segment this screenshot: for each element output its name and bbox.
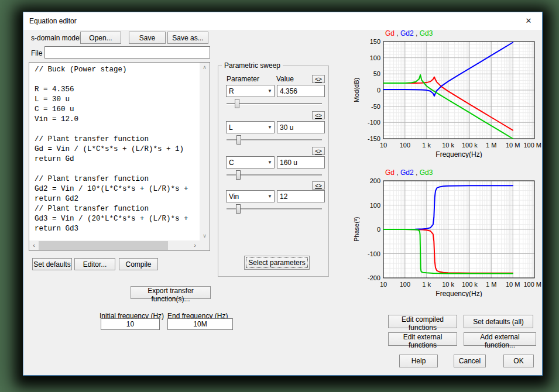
legend-item-Gd2: Gd2 xyxy=(400,169,414,177)
svg-text:1 M: 1 M xyxy=(486,281,496,288)
phase-chart: 2001000-100-200101001 k10 k100 k1 M10 M1… xyxy=(360,177,546,297)
legend-item-Gd: Gd xyxy=(385,169,395,177)
parameter-dropdown-r[interactable]: R ▼ xyxy=(226,85,275,97)
initial-frequency-input[interactable] xyxy=(101,318,160,330)
chevron-down-icon[interactable]: ▼ xyxy=(268,160,272,165)
slider-track xyxy=(227,103,322,105)
vertical-scrollbar[interactable]: ∧ ∨ xyxy=(200,63,210,240)
file-path-input[interactable] xyxy=(44,46,210,59)
svg-text:100 M: 100 M xyxy=(523,142,541,149)
svg-text:10 M: 10 M xyxy=(506,281,520,288)
svg-text:10: 10 xyxy=(380,281,387,288)
svg-text:100 M: 100 M xyxy=(523,281,541,288)
param-value-input-r[interactable] xyxy=(277,85,325,97)
svg-text:50: 50 xyxy=(373,70,380,77)
editor-button[interactable]: Editor... xyxy=(74,258,115,270)
svg-text:1 k: 1 k xyxy=(422,142,431,149)
scroll-right-icon[interactable]: › xyxy=(190,240,200,250)
code-editor[interactable]: // Buck (Power stage) R = 4.356 L = 30 u… xyxy=(29,63,200,240)
param-value-input-c[interactable] xyxy=(277,156,325,169)
param-slider-c[interactable] xyxy=(227,170,322,180)
scrollbar-corner xyxy=(200,240,210,250)
svg-text:100 k: 100 k xyxy=(462,142,478,149)
param-slider-r[interactable] xyxy=(227,98,322,109)
save-as-button[interactable]: Save as... xyxy=(167,32,208,44)
dialog-title: Equation editor xyxy=(29,12,77,30)
svg-text:10 M: 10 M xyxy=(506,142,520,149)
set-defaults-button[interactable]: Set defaults xyxy=(32,258,72,270)
chevron-down-icon[interactable]: ▼ xyxy=(268,125,272,130)
svg-text:100: 100 xyxy=(370,54,380,61)
edit-external-functions-button[interactable]: Edit external functions xyxy=(388,332,457,346)
svg-text:-100: -100 xyxy=(368,119,380,126)
param-value-input-vin[interactable] xyxy=(277,190,325,202)
parameter-dropdown-l[interactable]: L ▼ xyxy=(226,121,275,133)
help-button[interactable]: Help xyxy=(399,355,438,367)
scroll-up-icon[interactable]: ∧ xyxy=(200,63,210,72)
slider-thumb[interactable] xyxy=(236,204,241,214)
legend-item-Gd3: Gd3 xyxy=(420,29,433,37)
scroll-down-icon[interactable]: ∨ xyxy=(200,231,210,240)
horizontal-scroll-thumb[interactable] xyxy=(39,241,168,250)
chevron-down-icon[interactable]: ▼ xyxy=(268,194,272,199)
range-button-l[interactable]: <> xyxy=(312,111,325,119)
param-slider-l[interactable] xyxy=(227,135,322,145)
svg-text:-200: -200 xyxy=(368,274,380,281)
slider-track xyxy=(227,174,322,176)
svg-text:-50: -50 xyxy=(371,103,380,110)
svg-text:-100: -100 xyxy=(368,250,380,257)
mod-chart-legend: Gd , Gd2 , Gd3 xyxy=(385,29,433,37)
parameter-dropdown-vin[interactable]: Vin ▼ xyxy=(226,190,275,202)
cancel-button[interactable]: Cancel xyxy=(454,355,486,367)
close-icon: ✕ xyxy=(526,16,532,25)
save-button[interactable]: Save xyxy=(129,32,166,44)
parameter-dropdown-c[interactable]: C ▼ xyxy=(226,156,275,169)
legend-item-Gd2: Gd2 xyxy=(400,29,414,37)
svg-text:0: 0 xyxy=(377,87,380,94)
range-button-vin[interactable]: <> xyxy=(312,181,325,190)
s-domain-model-label: s-domain model xyxy=(31,34,81,42)
slider-thumb[interactable] xyxy=(235,99,239,108)
code-editor-box: // Buck (Power stage) R = 4.356 L = 30 u… xyxy=(29,62,210,251)
range-button-c[interactable]: <> xyxy=(312,147,325,155)
ok-button[interactable]: OK xyxy=(503,355,534,367)
mod-chart: 150100500-50-100-150101001 k10 k100 k1 M… xyxy=(360,38,546,158)
svg-text:100: 100 xyxy=(400,142,410,149)
export-transfer-functions-button[interactable]: Export transfer function(s)... xyxy=(131,286,211,299)
legend-separator: , xyxy=(414,169,420,177)
svg-text:-150: -150 xyxy=(368,135,380,142)
svg-text:100: 100 xyxy=(370,202,380,209)
set-defaults-all-button[interactable]: Set defaults (all) xyxy=(464,315,533,328)
end-frequency-input[interactable] xyxy=(167,318,233,330)
select-parameters-button[interactable]: Select parameters xyxy=(244,256,310,270)
svg-text:10 k: 10 k xyxy=(442,281,454,288)
compile-button[interactable]: Compile xyxy=(119,258,158,270)
file-label: File xyxy=(31,49,42,57)
chevron-down-icon[interactable]: ▼ xyxy=(268,88,272,94)
param-value-input-l[interactable] xyxy=(277,121,325,133)
slider-track xyxy=(227,208,322,210)
dropdown-value: L xyxy=(229,123,233,132)
phase-chart-legend: Gd , Gd2 , Gd3 xyxy=(385,169,433,177)
slider-thumb[interactable] xyxy=(236,170,241,180)
close-button[interactable]: ✕ xyxy=(515,12,542,29)
svg-text:100: 100 xyxy=(400,281,410,288)
slider-thumb[interactable] xyxy=(236,135,241,145)
horizontal-scrollbar[interactable]: ‹ › xyxy=(29,240,200,250)
legend-separator: , xyxy=(414,29,420,37)
scroll-left-icon[interactable]: ‹ xyxy=(29,240,39,250)
svg-text:100 k: 100 k xyxy=(462,281,478,288)
range-button-r[interactable]: <> xyxy=(312,75,325,83)
param-slider-vin[interactable] xyxy=(227,204,322,214)
svg-text:Frequency(Hz): Frequency(Hz) xyxy=(435,290,482,297)
add-external-function-button[interactable]: Add external function... xyxy=(464,332,536,346)
legend-item-Gd3: Gd3 xyxy=(420,169,433,177)
open-button[interactable]: Open... xyxy=(80,32,121,44)
svg-text:10: 10 xyxy=(380,142,387,149)
equation-editor-dialog: Equation editor ✕ s-domain model Open...… xyxy=(23,12,543,376)
edit-compiled-functions-button[interactable]: Edit compiled functions xyxy=(388,315,457,328)
svg-text:150: 150 xyxy=(370,38,380,45)
svg-text:1 k: 1 k xyxy=(422,281,431,288)
svg-text:Frequency(Hz): Frequency(Hz) xyxy=(435,150,482,158)
legend-item-Gd: Gd xyxy=(385,29,395,37)
